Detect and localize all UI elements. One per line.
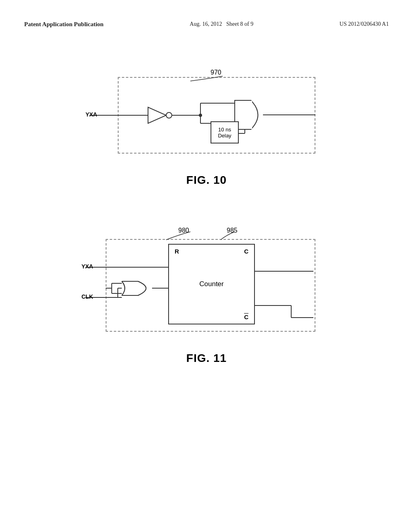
figure-11-area: 980 985 R C Counter C YXA CLK FIG. 11	[24, 203, 389, 365]
fig10-diagram: 970	[86, 69, 327, 166]
fig10-label: FIG. 10	[186, 174, 227, 187]
fig11-input2-label: CLK	[81, 293, 93, 300]
fig11-ref-inner: 985	[227, 227, 238, 234]
header-date-sheet: Aug. 16, 2012 Sheet 8 of 9	[190, 20, 253, 28]
svg-rect-15	[250, 101, 252, 129]
fig11-label: FIG. 11	[186, 352, 227, 365]
fig10-ref-arrow	[86, 69, 327, 166]
page-header: Patent Application Publication Aug. 16, …	[24, 20, 389, 29]
counter-c-label: C	[244, 248, 248, 255]
fig10-input-label: YXA	[86, 111, 97, 118]
fig11-input1-label: YXA	[81, 263, 93, 270]
header-date: Aug. 16, 2012	[190, 21, 222, 27]
fig11-diagram: 980 985 R C Counter C YXA CLK	[81, 227, 332, 344]
header-sheet: Sheet 8 of 9	[226, 21, 253, 27]
patent-number: US 2012/0206430 A1	[340, 20, 389, 28]
counter-r-label: R	[175, 248, 179, 255]
counter-main-label: Counter	[199, 280, 223, 288]
counter-cbar-label: C	[244, 314, 248, 320]
fig11-counter-box: R C Counter C	[168, 244, 255, 324]
figure-10-area: 970	[24, 45, 389, 187]
svg-point-13	[166, 112, 172, 118]
fig10-delay-box: 10 ns Delay	[211, 121, 239, 143]
svg-marker-12	[148, 107, 166, 123]
fig11-ref-outer: 980	[178, 227, 189, 234]
publication-title: Patent Application Publication	[24, 20, 104, 29]
